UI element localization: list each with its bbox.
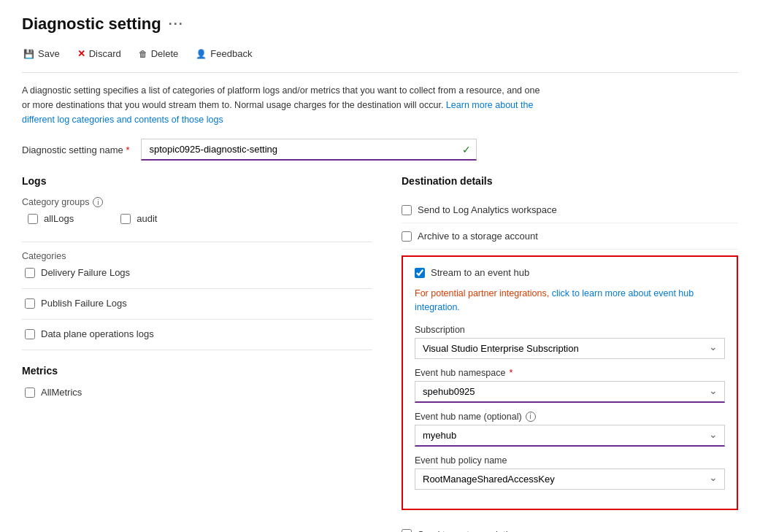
left-column: Logs Category groups i allLogs audit Cat… [22, 175, 372, 532]
save-button[interactable]: Save [22, 45, 61, 62]
policy-dropdown-wrapper: RootManageSharedAccessKey [415, 469, 725, 490]
delivery-failure-logs-row: Delivery Failure Logs [22, 267, 372, 278]
hub-name-group: Event hub name (optional) i myehub [415, 412, 725, 447]
diagnostic-name-label: Diagnostic setting name * [22, 144, 129, 155]
partner-solution-checkbox[interactable] [402, 529, 412, 532]
category-groups-label: Category groups i [22, 197, 372, 207]
separator-2 [22, 288, 372, 289]
all-metrics-checkbox[interactable] [25, 388, 35, 398]
namespace-dropdown-wrapper: spehub0925 [415, 381, 725, 403]
all-metrics-row: AllMetrics [22, 387, 372, 398]
feedback-button[interactable]: Feedback [194, 45, 253, 62]
log-analytics-checkbox[interactable] [402, 205, 412, 215]
allLogs-checkbox-row: allLogs [25, 213, 74, 224]
logs-section-title: Logs [22, 175, 372, 187]
policy-label: Event hub policy name [415, 455, 725, 466]
namespace-group: Event hub namespace * spehub0925 [415, 368, 725, 403]
separator-4 [22, 350, 372, 350]
categories-label: Categories [22, 251, 372, 261]
publish-failure-logs-checkbox[interactable] [25, 298, 35, 309]
separator-3 [22, 319, 372, 320]
feedback-icon [196, 48, 207, 59]
partner-solution-row: Send to partner solution [402, 522, 738, 533]
partner-solution-label[interactable]: Send to partner solution [418, 529, 518, 533]
separator-1 [22, 242, 372, 242]
metrics-section: Metrics AllMetrics [22, 365, 372, 398]
title-dots: ··· [169, 17, 184, 32]
publish-failure-logs-row: Publish Failure Logs [22, 298, 372, 309]
hub-name-info-icon: i [526, 412, 536, 422]
event-hub-label[interactable]: Stream to an event hub [431, 267, 529, 278]
diagnostic-name-input[interactable] [141, 139, 477, 161]
audit-label[interactable]: audit [137, 213, 157, 224]
subscription-dropdown-wrapper: Visual Studio Enterprise Subscription [415, 338, 725, 359]
audit-checkbox[interactable] [120, 214, 131, 224]
delivery-failure-logs-label[interactable]: Delivery Failure Logs [41, 267, 130, 278]
data-plane-logs-label[interactable]: Data plane operations logs [41, 328, 154, 339]
allLogs-label[interactable]: allLogs [44, 213, 74, 224]
main-content: Logs Category groups i allLogs audit Cat… [22, 175, 738, 532]
audit-checkbox-row: audit [118, 213, 157, 224]
discard-button[interactable]: Discard [76, 45, 123, 62]
event-hub-header: Stream to an event hub [415, 267, 725, 278]
subscription-label: Subscription [415, 325, 725, 335]
partner-note: For potential partner integrations, clic… [415, 287, 725, 315]
namespace-dropdown[interactable]: spehub0925 [415, 381, 725, 403]
data-plane-logs-checkbox[interactable] [25, 329, 35, 339]
storage-account-label[interactable]: Archive to a storage account [418, 231, 538, 242]
log-analytics-label[interactable]: Send to Log Analytics workspace [418, 204, 557, 215]
delete-icon [139, 48, 147, 59]
event-hub-checkbox[interactable] [415, 268, 425, 278]
info-icon: i [93, 197, 103, 207]
all-metrics-label[interactable]: AllMetrics [41, 387, 82, 398]
metrics-section-title: Metrics [22, 365, 372, 377]
description-text: A diagnostic setting specifies a list of… [22, 83, 548, 127]
page-title: Diagnostic setting ··· [22, 15, 738, 34]
subscription-group: Subscription Visual Studio Enterprise Su… [415, 325, 725, 359]
diagnostic-name-field: Diagnostic setting name * ✓ [22, 139, 738, 161]
allLogs-checkbox[interactable] [28, 214, 38, 224]
log-analytics-row: Send to Log Analytics workspace [402, 197, 738, 223]
save-icon [23, 48, 34, 59]
valid-checkmark: ✓ [462, 144, 471, 155]
toolbar: Save Discard Delete Feedback [22, 45, 738, 73]
data-plane-logs-row: Data plane operations logs [22, 328, 372, 339]
storage-account-checkbox[interactable] [402, 231, 412, 242]
publish-failure-logs-label[interactable]: Publish Failure Logs [41, 298, 127, 309]
namespace-label: Event hub namespace * [415, 368, 725, 378]
policy-dropdown[interactable]: RootManageSharedAccessKey [415, 469, 725, 490]
subscription-dropdown[interactable]: Visual Studio Enterprise Subscription [415, 338, 725, 359]
delivery-failure-logs-checkbox[interactable] [25, 268, 35, 278]
right-column: Destination details Send to Log Analytic… [402, 175, 738, 532]
event-hub-box: Stream to an event hub For potential par… [402, 255, 738, 510]
hub-name-dropdown[interactable]: myehub [415, 425, 725, 447]
diagnostic-name-input-wrapper: ✓ [141, 139, 477, 161]
delete-button[interactable]: Delete [137, 45, 180, 62]
destination-title: Destination details [402, 175, 738, 187]
hub-name-label: Event hub name (optional) i [415, 412, 725, 422]
discard-icon [77, 48, 85, 59]
storage-account-row: Archive to a storage account [402, 223, 738, 250]
policy-group: Event hub policy name RootManageSharedAc… [415, 455, 725, 490]
hub-name-dropdown-wrapper: myehub [415, 425, 725, 447]
